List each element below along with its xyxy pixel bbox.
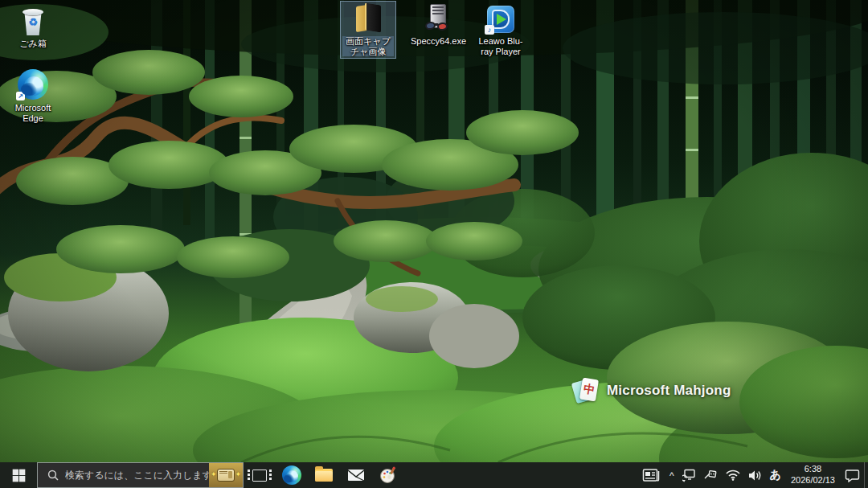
screen-capture-folder-label: 画面キャプチャ画像 [342,36,394,56]
news-and-interests-button[interactable] [638,462,665,488]
ime-mode-button[interactable]: あ [766,462,785,488]
desktop-screen: 中 Microsoft Mahjong ♻ ごみ箱 ↗ Microsoft Ed… [0,0,868,488]
leawo-icon: ♪ [487,4,514,33]
paint-palette-icon [379,465,398,485]
paint-app-button[interactable] [372,462,404,488]
usb-plug-icon [704,470,718,482]
action-center-button[interactable] [841,462,864,488]
clock-time: 6:38 [805,464,821,475]
file-explorer-icon [315,469,333,482]
system-tray: ^ [638,462,868,488]
taskbar: ✦ ✦ [0,462,868,488]
leawo-label: Leawo Blu-ray Player [475,36,526,56]
mail-button[interactable] [340,462,372,488]
task-view-icon [252,470,267,482]
speccy-label: Speccy64.exe [411,36,465,47]
mahjong-watermark: 中 Microsoft Mahjong [574,378,731,404]
mahjong-watermark-label: Microsoft Mahjong [607,383,731,399]
windows-logo-icon [12,469,25,482]
wallpaper: 中 Microsoft Mahjong [0,0,868,462]
open-folder-icon [353,4,383,33]
desktop-icon-leawo[interactable]: ♪ Leawo Blu-ray Player [473,1,529,59]
ime-indicator: あ [770,468,781,482]
file-explorer-button[interactable] [308,462,340,488]
desktop-icon-screen-capture-folder[interactable]: 画面キャプチャ画像 [340,1,396,59]
music-note-badge-icon: ♪ [485,25,494,35]
desktop-icon-recycle-bin[interactable]: ♻ ごみ箱 [5,3,61,51]
edge-label: Microsoft Edge [7,103,59,123]
network-button[interactable] [722,462,744,488]
volume-button[interactable] [744,462,766,488]
start-button[interactable] [0,462,37,488]
sparkle-icon: ✦ [235,470,241,478]
mail-icon [347,468,365,482]
clock-date: 2026/02/13 [791,475,835,486]
safely-remove-hardware-button[interactable] [700,462,722,488]
news-icon [642,468,661,483]
search-input[interactable] [65,470,209,481]
shortcut-arrow-icon: ↗ [16,92,25,100]
action-center-icon [845,469,860,482]
speccy-icon [424,4,452,33]
recycle-bin-label: ごみ箱 [19,39,47,49]
taskbar-search-box[interactable]: ✦ ✦ [37,462,244,488]
sparkle-icon: ✦ [211,470,217,478]
vignette-overlay [0,0,868,462]
search-icon [47,470,59,481]
edge-icon [282,465,301,485]
update-restart-tray-button[interactable] [678,462,700,488]
chevron-up-icon: ^ [669,470,674,482]
pc-sync-icon [682,469,696,482]
wifi-icon [726,470,740,481]
desktop-icon-microsoft-edge[interactable]: ↗ Microsoft Edge [5,68,61,125]
radio-icon [217,469,235,482]
recycle-bin-icon: ♻ [23,6,43,35]
edge-icon: ↗ [18,71,48,100]
speaker-icon [748,470,762,482]
desktop-icon-speccy[interactable]: Speccy64.exe [410,1,466,49]
taskbar-edge-button[interactable] [276,462,308,488]
search-highlight-button[interactable]: ✦ ✦ [209,463,243,487]
task-view-button[interactable] [244,462,276,488]
clock-button[interactable]: 6:38 2026/02/13 [785,462,841,488]
show-desktop-button[interactable] [864,462,868,488]
mahjong-tiles-icon: 中 [574,378,600,404]
tray-overflow-button[interactable]: ^ [665,462,678,488]
